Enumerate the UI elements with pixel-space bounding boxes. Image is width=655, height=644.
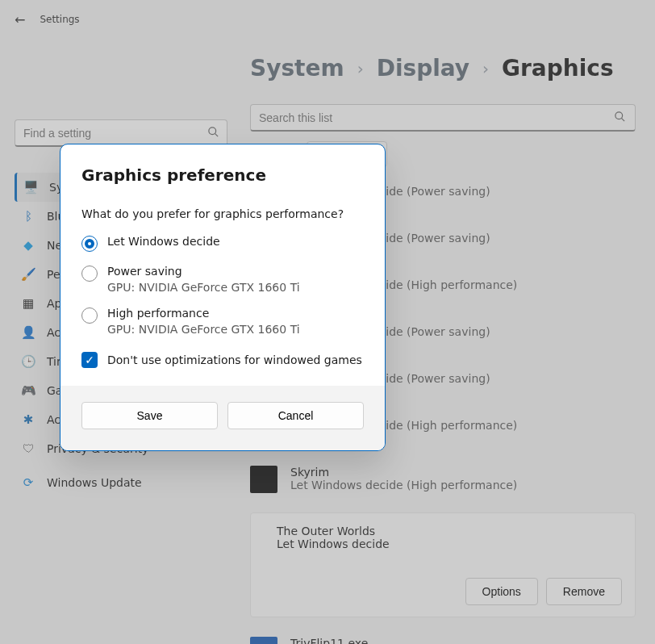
- graphics-preference-dialog: Graphics preference What do you prefer f…: [60, 144, 386, 451]
- dialog-prompt: What do you prefer for graphics performa…: [81, 207, 364, 220]
- dialog-footer: Save Cancel: [60, 386, 385, 450]
- cancel-button[interactable]: Cancel: [227, 402, 364, 429]
- radio-icon: [81, 307, 98, 324]
- checkbox-label: Don't use optimizations for windowed gam…: [107, 353, 362, 366]
- checkbox-icon: ✓: [81, 352, 98, 368]
- option-let-windows-decide[interactable]: Let Windows decide: [81, 235, 364, 252]
- option-label: Let Windows decide: [107, 235, 220, 248]
- checkbox-windowed-optimizations[interactable]: ✓ Don't use optimizations for windowed g…: [81, 352, 364, 368]
- radio-icon: [81, 266, 98, 282]
- dialog-title: Graphics preference: [81, 165, 364, 185]
- settings-window: ← Settings 🖥️System ᛒBluetooth & devices…: [0, 0, 655, 644]
- option-high-performance[interactable]: High performance GPU: NVIDIA GeForce GTX…: [81, 307, 364, 336]
- save-button[interactable]: Save: [81, 402, 218, 429]
- option-sublabel: GPU: NVIDIA GeForce GTX 1660 Ti: [107, 281, 300, 294]
- radio-icon: [81, 236, 98, 252]
- option-power-saving[interactable]: Power saving GPU: NVIDIA GeForce GTX 166…: [81, 265, 364, 294]
- option-label: Power saving: [107, 265, 300, 278]
- option-label: High performance: [107, 307, 300, 320]
- option-sublabel: GPU: NVIDIA GeForce GTX 1660 Ti: [107, 323, 300, 336]
